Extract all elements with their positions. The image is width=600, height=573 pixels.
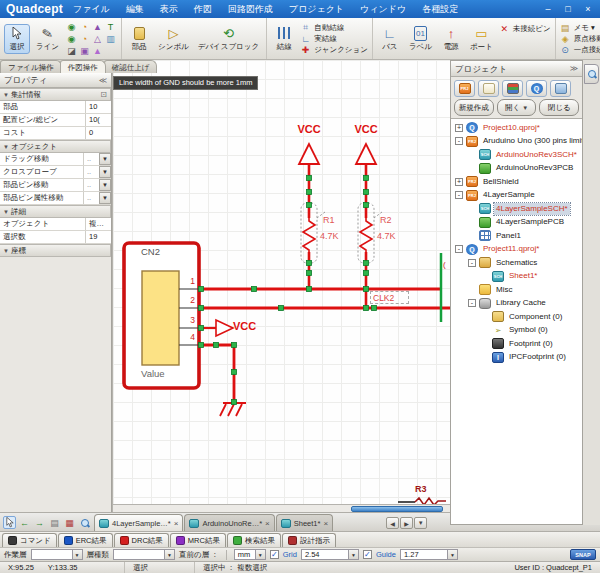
power-button[interactable]: ↑ 電源: [438, 25, 464, 53]
project-toolbar-button[interactable]: [526, 80, 547, 97]
layer-type-select[interactable]: ▼: [113, 549, 175, 560]
connector-ref[interactable]: CN2: [141, 246, 160, 257]
tree-item[interactable]: Panel1: [451, 229, 582, 243]
project-toolbar-button[interactable]: [550, 80, 571, 97]
port-button[interactable]: ▭ ポート: [467, 25, 496, 53]
open-project-button[interactable]: 開く ▼: [497, 99, 537, 116]
back-icon[interactable]: ←: [18, 516, 31, 529]
tree-item[interactable]: - Project11.qproj*: [451, 243, 582, 257]
tree-item[interactable]: Footprint (0): [451, 337, 582, 351]
close-tab-icon[interactable]: [265, 519, 270, 528]
menu-item[interactable]: ウィンドウ: [360, 3, 406, 16]
draw-tool-icon[interactable]: ▥: [104, 33, 117, 45]
tab-list-icon[interactable]: ▼: [414, 517, 427, 529]
parts-button[interactable]: 部品: [126, 25, 152, 53]
workspace-tab[interactable]: 作図操作: [60, 60, 106, 73]
grid-view-icon[interactable]: ▦: [63, 516, 76, 529]
close-project-button[interactable]: 閉じる: [539, 99, 579, 116]
dropdown-button[interactable]: ▼: [99, 179, 111, 191]
wire-button[interactable]: 結線: [271, 25, 297, 53]
tree-expand-toggle[interactable]: -: [455, 137, 463, 145]
menu-item[interactable]: 表示: [160, 3, 178, 16]
tree-item[interactable]: - Library Cache: [451, 297, 582, 311]
draw-tool-icon[interactable]: △: [91, 33, 104, 45]
document-tab[interactable]: ArduinoUnoRe…*: [184, 514, 274, 531]
bus-button[interactable]: ∟ バス: [377, 25, 403, 53]
wire-submenu-item[interactable]: ∟ 実結線: [300, 34, 368, 44]
section-header-summary[interactable]: ▼ 集計情報 ⊡: [0, 88, 111, 101]
tree-item[interactable]: - Aruduino Uno (300 pins limits): [451, 135, 582, 149]
memo-submenu-item[interactable]: ◈ 原点移動: [560, 34, 600, 44]
minimize-button[interactable]: –: [542, 4, 554, 14]
document-tab[interactable]: 4LayerSample…*: [94, 514, 183, 531]
dropdown-button[interactable]: ▼: [99, 153, 111, 165]
scrollbar-thumb[interactable]: [351, 506, 443, 512]
wire-submenu-item[interactable]: ✚ ジャンクション: [300, 45, 368, 55]
tree-item[interactable]: Symbol (0): [451, 324, 582, 338]
grid-checkbox[interactable]: [270, 550, 279, 559]
result-tab[interactable]: ERC結果: [58, 533, 113, 547]
zoom-icon[interactable]: [78, 516, 91, 529]
work-layer-select[interactable]: ▼: [31, 549, 83, 560]
dropdown-button[interactable]: ▼: [99, 166, 111, 178]
section-header-detail[interactable]: ▼ 詳細: [0, 205, 111, 218]
tree-item[interactable]: Misc: [451, 283, 582, 297]
vcc-net-label[interactable]: VCC: [292, 123, 326, 135]
workspace-tab[interactable]: ファイル操作: [0, 60, 62, 73]
tree-item[interactable]: IPCFootprint (0): [451, 351, 582, 365]
result-tab[interactable]: MRC結果: [170, 533, 226, 547]
menu-item[interactable]: 各種設定: [422, 3, 458, 16]
result-tab[interactable]: DRC結果: [114, 533, 169, 547]
project-toolbar-button[interactable]: [454, 80, 475, 97]
section-header-object[interactable]: ▼ オブジェクト: [0, 140, 111, 153]
result-tab[interactable]: コマンド: [2, 533, 57, 547]
grid-select[interactable]: 2.54▼: [301, 549, 359, 560]
label-button[interactable]: 01 ラベル: [406, 25, 435, 53]
tree-item[interactable]: ArduinoUnoRev3SCH*: [451, 148, 582, 162]
guide-checkbox[interactable]: [363, 550, 372, 559]
resistor-ref[interactable]: R2: [380, 215, 392, 225]
section-header-coords[interactable]: ▼ 座標: [0, 244, 111, 257]
menu-item[interactable]: 編集: [126, 3, 144, 16]
draw-tool-icon[interactable]: ▲: [91, 45, 104, 57]
draw-tool-icon[interactable]: ◔: [78, 33, 91, 45]
symbol-button[interactable]: ▷ シンボル: [155, 25, 192, 53]
draw-tool-icon[interactable]: ◪: [65, 45, 78, 57]
menu-item[interactable]: 作図: [194, 3, 212, 16]
deviceblock-button[interactable]: ⟲ デバイスブロック: [195, 25, 262, 53]
collapse-panel-icon[interactable]: ≪: [99, 73, 107, 87]
draw-tool-icon[interactable]: ◉: [65, 21, 78, 33]
tree-item[interactable]: ArduinoUnoRev3PCB: [451, 162, 582, 176]
tree-item[interactable]: Component (0): [451, 310, 582, 324]
vcc-net-label[interactable]: VCC: [233, 320, 267, 332]
canvas-hscrollbar[interactable]: [113, 504, 450, 512]
result-tab[interactable]: 設計指示: [282, 533, 336, 547]
tree-item[interactable]: 4LayerSamplePCB: [451, 216, 582, 230]
result-tab[interactable]: 検索結果: [227, 533, 281, 547]
tree-expand-toggle[interactable]: +: [455, 124, 463, 132]
tree-expand-toggle[interactable]: -: [455, 191, 463, 199]
project-toolbar-button[interactable]: [478, 80, 499, 97]
tree-item[interactable]: 4LayerSampleSCH*: [451, 202, 582, 216]
document-tab[interactable]: Sheet1*: [276, 514, 333, 531]
memo-submenu-item[interactable]: ⊙ 一点接続: [560, 45, 600, 55]
line-tool-button[interactable]: ✎ ライン: [33, 25, 62, 53]
popout-icon[interactable]: ⊡: [100, 89, 107, 101]
collapse-panel-icon[interactable]: ≫: [570, 61, 578, 76]
tree-expand-toggle[interactable]: -: [468, 259, 476, 267]
maximize-button[interactable]: □: [562, 4, 574, 14]
memo-submenu-item[interactable]: ▤ メモ ▾: [560, 23, 600, 33]
tree-item[interactable]: - 4LayerSample: [451, 189, 582, 203]
close-tab-icon[interactable]: [323, 519, 328, 528]
menu-item[interactable]: プロジェクト: [289, 3, 344, 16]
tree-item[interactable]: - Schematics: [451, 256, 582, 270]
wire-submenu-item[interactable]: ⌗ 自動結線: [300, 22, 368, 33]
resistor-ref[interactable]: R3: [415, 484, 427, 494]
draw-tool-icon[interactable]: ▣: [78, 45, 91, 57]
unconnected-pin-button[interactable]: ✕ 未接続ピン: [499, 24, 551, 34]
units-select[interactable]: mm▼: [234, 549, 266, 560]
resistor-value[interactable]: 4.7K: [377, 231, 396, 241]
tree-expand-toggle[interactable]: +: [455, 178, 463, 186]
guide-select[interactable]: 1.27▼: [400, 549, 458, 560]
select-tool-button[interactable]: 選択: [4, 24, 30, 54]
